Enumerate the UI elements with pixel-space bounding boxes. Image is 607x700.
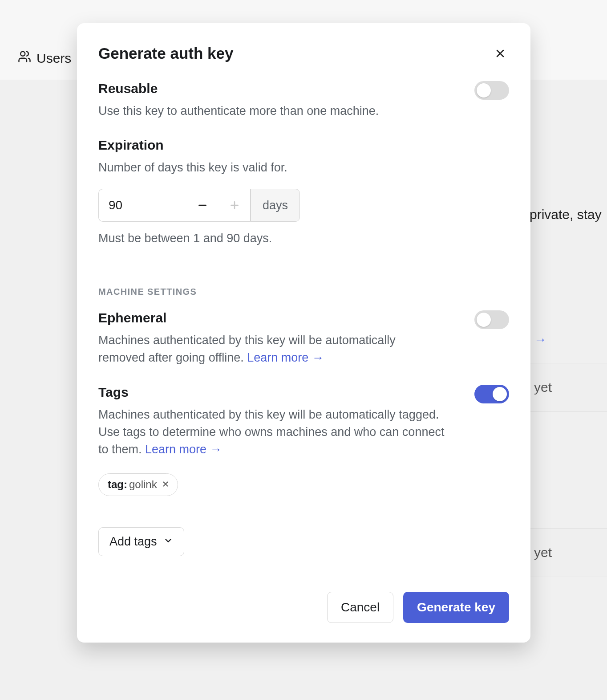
background-row-2: yet <box>525 528 607 577</box>
users-icon <box>18 50 31 66</box>
toggle-knob-icon <box>477 83 491 98</box>
nav-item-users-label: Users <box>36 51 71 66</box>
tag-remove-button[interactable] <box>159 478 172 491</box>
add-tags-label: Add tags <box>109 535 157 549</box>
expiration-title: Expiration <box>98 138 509 153</box>
toggle-knob-icon <box>493 387 507 401</box>
close-button[interactable] <box>491 45 509 62</box>
divider <box>98 267 509 267</box>
background-text-right: private, stay <box>530 207 602 222</box>
cancel-button[interactable]: Cancel <box>327 592 393 623</box>
close-icon <box>162 480 170 489</box>
tag-name: golink <box>129 478 157 491</box>
tag-prefix: tag: <box>108 478 127 491</box>
reusable-setting: Reusable Use this key to authenticate mo… <box>98 81 509 120</box>
expiration-desc: Number of days this key is valid for. <box>98 159 509 176</box>
tags-setting: Tags Machines authenticated by this key … <box>98 385 509 458</box>
expiration-decrement-button[interactable] <box>186 189 219 222</box>
plus-icon <box>229 199 240 211</box>
expiration-helper: Must be between 1 and 90 days. <box>98 232 509 245</box>
toggle-knob-icon <box>477 313 491 327</box>
expiration-setting: Expiration Number of days this key is va… <box>98 138 509 245</box>
background-arrow-link[interactable]: → <box>534 333 546 347</box>
minus-icon <box>197 199 208 211</box>
reusable-toggle[interactable] <box>474 81 509 100</box>
expiration-increment-button[interactable] <box>219 189 251 222</box>
tags-toggle[interactable] <box>474 385 509 403</box>
ephemeral-toggle[interactable] <box>474 310 509 329</box>
modal-title: Generate auth key <box>98 45 233 62</box>
tags-learn-more-link[interactable]: Learn more → <box>145 443 222 456</box>
chevron-down-icon <box>163 535 173 549</box>
reusable-desc: Use this key to authenticate more than o… <box>98 102 379 120</box>
generate-key-button[interactable]: Generate key <box>403 592 509 623</box>
add-tags-button[interactable]: Add tags <box>98 527 184 556</box>
nav-item-users[interactable]: Users <box>18 50 71 66</box>
modal-footer: Cancel Generate key <box>98 592 509 623</box>
background-row-1: yet <box>525 363 607 412</box>
expiration-unit: days <box>251 189 300 222</box>
machine-settings-heading: MACHINE SETTINGS <box>98 287 509 297</box>
reusable-title: Reusable <box>98 81 379 96</box>
tags-desc: Machines authenticated by this key will … <box>98 406 445 458</box>
expiration-stepper: 90 days <box>98 189 304 222</box>
tags-list: tag:golink <box>98 458 509 496</box>
expiration-value: 90 <box>109 198 122 212</box>
svg-point-0 <box>20 52 25 56</box>
ephemeral-learn-more-link[interactable]: Learn more → <box>247 351 324 364</box>
expiration-input[interactable]: 90 <box>98 189 186 222</box>
tags-title: Tags <box>98 385 445 400</box>
generate-auth-key-modal: Generate auth key Reusable Use this key … <box>77 23 530 643</box>
close-icon <box>494 47 506 60</box>
tag-pill: tag:golink <box>98 473 178 496</box>
ephemeral-setting: Ephemeral Machines authenticated by this… <box>98 310 509 366</box>
ephemeral-desc: Machines authenticated by this key will … <box>98 332 437 366</box>
ephemeral-title: Ephemeral <box>98 310 437 326</box>
